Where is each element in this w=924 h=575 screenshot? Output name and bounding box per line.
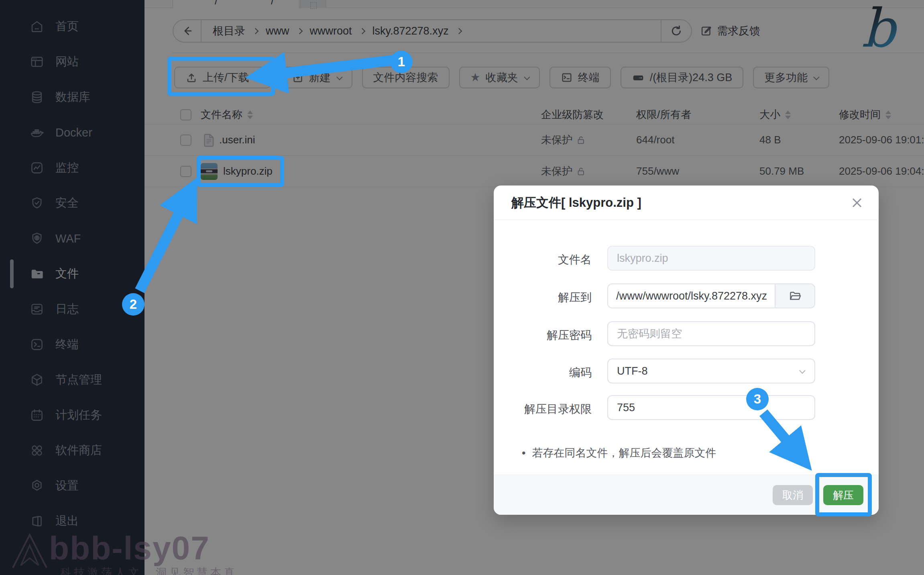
folder-open-icon [788,289,802,303]
password-field[interactable] [607,321,815,346]
dialog-title: 解压文件[ lskypro.zip ] [511,186,641,220]
close-icon[interactable] [849,195,865,211]
filename-label: 文件名 [494,252,592,267]
highlight-box-upload [167,57,275,96]
browse-button[interactable] [775,284,814,308]
step-badge-2: 2 [122,293,145,316]
cancel-button[interactable]: 取消 [773,485,813,505]
dest-field-group [607,283,815,308]
encoding-select[interactable]: UTF-8 [607,359,815,383]
app-window: / / b 根目录 www wwwroot [0,0,924,575]
step-badge-3: 3 [746,388,769,410]
perm-field[interactable] [607,395,815,420]
overwrite-note: •若存在同名文件，解压后会覆盖原文件 [522,446,716,460]
step-badge-1: 1 [390,51,413,73]
highlight-box-extract-button [815,473,872,516]
dialog-header: 解压文件[ lskypro.zip ] [494,186,879,220]
encoding-value: UTF-8 [617,365,648,377]
dest-field[interactable] [608,284,775,308]
extract-dialog: 解压文件[ lskypro.zip ] 文件名 解压到 解压密码 编码 UTF-… [494,186,879,515]
highlight-box-zip-file [197,156,284,187]
filename-field[interactable] [607,246,815,271]
chevron-down-icon [799,367,806,374]
dest-label: 解压到 [494,290,592,305]
perm-label: 解压目录权限 [494,402,592,417]
password-label: 解压密码 [494,328,592,343]
encoding-label: 编码 [494,365,592,380]
